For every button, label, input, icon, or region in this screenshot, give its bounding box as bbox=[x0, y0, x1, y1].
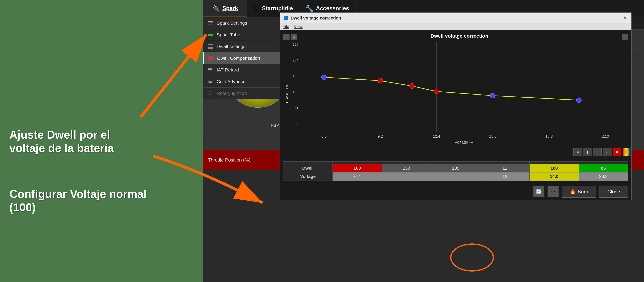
burn-button[interactable]: 🔥 Burn bbox=[562, 186, 596, 198]
chart-options-btn[interactable]: ⋯ bbox=[283, 34, 290, 40]
chart-menu-btn[interactable]: ⋯ bbox=[622, 34, 628, 40]
menu-item-spark-settings[interactable]: Spark Settings bbox=[203, 17, 284, 29]
dwell-settings-icon bbox=[207, 44, 214, 49]
svg-rect-9 bbox=[208, 47, 213, 48]
rotary-ignition-label: Rotary Ignition bbox=[217, 91, 247, 96]
burn-icon: 🔥 bbox=[570, 189, 576, 195]
action-icon-2[interactable]: ↩ bbox=[548, 186, 558, 197]
spark-settings-label: Spark Settings bbox=[217, 20, 247, 26]
voltage-cell-2[interactable] bbox=[382, 172, 431, 181]
svg-text:22.0: 22.0 bbox=[602, 134, 609, 139]
y-tick-153: 153 bbox=[292, 74, 298, 78]
chart-container: ⋯ ⚙ Dwell voltage correction ⋯ D w e l l… bbox=[280, 30, 631, 148]
nav-tab-spark[interactable]: 🔌 Spark bbox=[203, 0, 247, 17]
svg-rect-5 bbox=[208, 24, 213, 25]
y-tick-255: 255 bbox=[292, 42, 298, 46]
dialog-title: 🔵 Dwell voltage correction bbox=[283, 15, 341, 21]
close-button[interactable]: Close bbox=[599, 186, 628, 198]
svg-rect-7 bbox=[208, 44, 213, 45]
toolbar-color-btn[interactable]: 🎨 bbox=[622, 148, 631, 156]
chart-gear-btn[interactable]: ⚙ bbox=[291, 34, 297, 40]
dwell-annotation-line2: voltaje de la batería bbox=[10, 141, 181, 155]
y-tick-51: 51 bbox=[294, 106, 298, 110]
dwell-cell-5[interactable]: 100 bbox=[530, 164, 579, 172]
chart-area: D w e l l % 255 204 153 102 51 0 bbox=[283, 42, 628, 145]
iat-retard-label: IAT Retard bbox=[217, 67, 239, 73]
toolbar-up-btn[interactable]: ↑ bbox=[583, 148, 592, 156]
dwell-row: Dwell 160 150 135 12 100 85 bbox=[284, 164, 628, 172]
spark-icon: 🔌 bbox=[212, 5, 220, 12]
iat-retard-icon bbox=[207, 68, 214, 72]
dialog-title-text: Dwell voltage correction bbox=[290, 16, 341, 21]
menu-item-spark-table[interactable]: Spark Table bbox=[203, 29, 284, 41]
action-bar: 🔄 ↩ 🔥 Burn Close bbox=[280, 183, 631, 200]
svg-rect-4 bbox=[208, 22, 213, 23]
dialog-icon: 🔵 bbox=[283, 15, 289, 21]
voltage-cell-6[interactable]: 20.3 bbox=[579, 172, 628, 181]
dwell-cell-6[interactable]: 85 bbox=[579, 164, 628, 172]
dwell-compensation-label: Dwell Compensation bbox=[217, 56, 260, 61]
cold-advance-icon bbox=[207, 79, 214, 84]
burn-label: Burn bbox=[578, 189, 588, 195]
menu-item-iat-retard[interactable]: IAT Retard bbox=[203, 64, 284, 76]
dropdown-menu: Spark Settings Spark Table Dwell setting… bbox=[203, 17, 284, 99]
svg-rect-3 bbox=[208, 21, 213, 22]
dialog-menu-view[interactable]: View bbox=[294, 24, 302, 29]
svg-text:9.2: 9.2 bbox=[378, 134, 383, 139]
toolbar-equals-btn[interactable]: = bbox=[573, 148, 582, 156]
cold-advance-label: Cold Advance bbox=[217, 79, 246, 84]
dialog-menu-file[interactable]: File bbox=[282, 24, 289, 29]
accessories-icon: 🔧 bbox=[306, 5, 314, 12]
voltage-annotation-line1: Configurar Voltaje normal bbox=[10, 187, 189, 201]
voltage-annotation-line2: (100) bbox=[10, 201, 189, 214]
app-container: 🔌 Spark ⏱ Startup/Idle 🔧 Accessories Log… bbox=[203, 0, 644, 282]
svg-rect-6 bbox=[208, 34, 213, 36]
action-icon-1[interactable]: 🔄 bbox=[534, 186, 544, 197]
y-tick-0: 0 bbox=[296, 122, 298, 126]
svg-point-44 bbox=[434, 89, 439, 94]
col-header-5 bbox=[530, 161, 579, 164]
table-container: Dwell 160 150 135 12 100 85 Voltage 6.7 bbox=[280, 159, 631, 183]
col-header-6 bbox=[579, 161, 628, 164]
rotary-ignition-icon bbox=[207, 91, 214, 96]
voltage-cell-1[interactable]: 6.7 bbox=[333, 172, 382, 181]
toolbar-close-btn[interactable]: ✕ bbox=[613, 148, 621, 156]
svg-text:12.4: 12.4 bbox=[433, 134, 440, 139]
dwell-annotation: Ajuste Dwell por el voltaje de la baterí… bbox=[10, 128, 181, 155]
col-header-2 bbox=[382, 161, 431, 164]
toolbar-upleft-btn[interactable]: ↙ bbox=[603, 148, 612, 156]
data-table: Dwell 160 150 135 12 100 85 Voltage 6.7 bbox=[283, 161, 628, 181]
voltage-row-header: Voltage bbox=[284, 172, 333, 181]
voltage-cell-3[interactable] bbox=[431, 172, 480, 181]
dwell-compensation-icon bbox=[208, 56, 214, 61]
x-axis-label: Voltage (V) bbox=[301, 140, 628, 145]
toolbar-down-btn[interactable]: ↓ bbox=[593, 148, 602, 156]
dwell-cell-4[interactable]: 12 bbox=[480, 164, 530, 172]
voltage-highlight-circle bbox=[450, 244, 494, 272]
dwell-cell-1[interactable]: 160 bbox=[333, 164, 382, 172]
svg-rect-10 bbox=[208, 48, 213, 49]
voltage-cell-5[interactable]: 14.0 bbox=[530, 172, 579, 181]
dwell-row-header: Dwell bbox=[284, 164, 333, 172]
spark-tab-label: Spark bbox=[222, 5, 238, 11]
menu-item-dwell-compensation[interactable]: Dwell Compensation bbox=[203, 52, 284, 64]
col-header-3 bbox=[431, 161, 480, 164]
svg-rect-8 bbox=[208, 46, 213, 46]
chart-title: Dwell voltage correction bbox=[297, 33, 622, 39]
dialog-close-button[interactable]: ✕ bbox=[621, 15, 628, 21]
voltage-row: Voltage 6.7 12 14.0 20.3 bbox=[284, 172, 628, 181]
dialog-titlebar: 🔵 Dwell voltage correction ✕ bbox=[280, 13, 631, 23]
voltage-annotation: Configurar Voltaje normal (100) bbox=[10, 187, 189, 214]
dwell-annotation-line1: Ajuste Dwell por el bbox=[10, 128, 181, 141]
voltage-cell-4[interactable]: 12 bbox=[480, 172, 530, 181]
svg-point-46 bbox=[576, 98, 581, 103]
dwell-cell-2[interactable]: 150 bbox=[382, 164, 431, 172]
menu-item-dwell-settings[interactable]: Dwell settings bbox=[203, 41, 284, 52]
col-header-4 bbox=[480, 161, 530, 164]
chart-svg: 6.0 9.2 12.4 15.6 18.8 22.0 bbox=[301, 42, 628, 139]
dwell-voltage-dialog: 🔵 Dwell voltage correction ✕ File View ⋯… bbox=[280, 12, 632, 200]
col-header-1 bbox=[333, 161, 382, 164]
menu-item-cold-advance[interactable]: Cold Advance bbox=[203, 76, 284, 88]
y-tick-204: 204 bbox=[292, 58, 298, 62]
dwell-cell-3[interactable]: 135 bbox=[431, 164, 480, 172]
